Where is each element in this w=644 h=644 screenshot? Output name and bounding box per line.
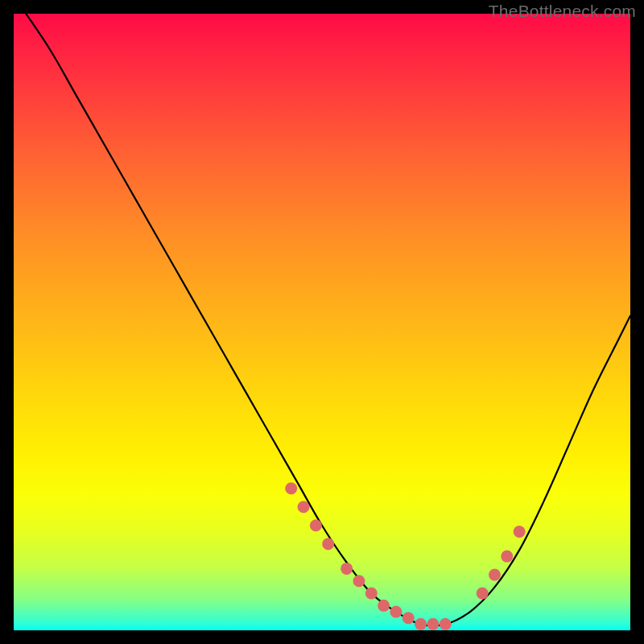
watermark-text: TheBottleneck.com [489,2,636,21]
highlight-dot [489,569,501,581]
highlight-dot [390,606,402,618]
highlight-dot [402,612,415,624]
highlight-dot [353,575,365,587]
chart-frame: TheBottleneck.com [0,0,644,644]
highlight-dot [415,618,427,630]
plot-area [14,14,630,630]
dots-layer [285,482,525,630]
highlight-dot [477,588,489,600]
highlight-dot [501,551,513,563]
highlight-dot [378,600,390,612]
chart-svg [14,14,630,630]
highlight-dot [310,519,322,531]
highlight-dot [427,618,439,630]
highlight-dot [285,482,297,494]
bottleneck-curve-path [26,14,630,625]
highlight-dot [298,501,310,513]
highlight-dot [341,563,353,575]
curve-layer [26,14,630,625]
highlight-dot [322,538,334,550]
highlight-dot [440,618,452,630]
highlight-dot [514,526,526,538]
highlight-dot [365,588,378,600]
